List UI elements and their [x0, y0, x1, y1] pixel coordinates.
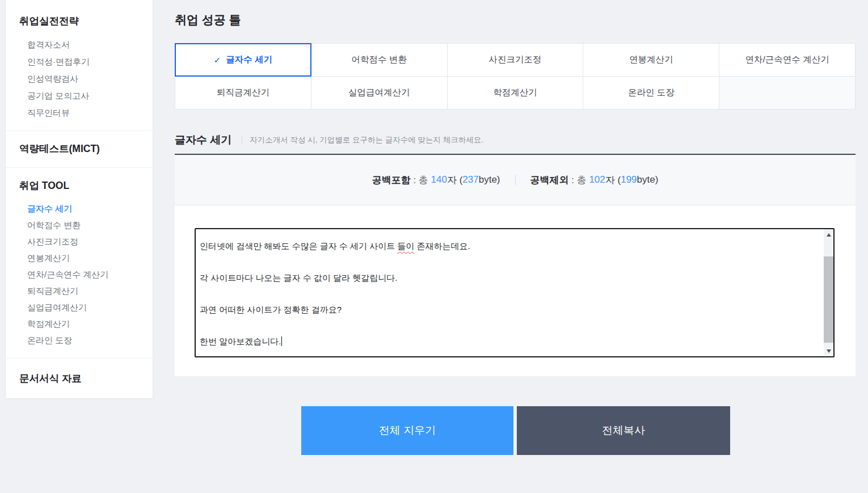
tab-label: 글자수 세기	[226, 54, 272, 66]
sidebar-item-gpa-calculator[interactable]: 학점계산기	[6, 315, 153, 332]
sidebar-heading-job-strategy[interactable]: 취업실전전략	[6, 15, 153, 27]
sidebar-item-job-interview[interactable]: 직무인터뷰	[6, 104, 153, 121]
sidebar-heading-mict[interactable]: 역량테스트(MICT)	[6, 142, 153, 155]
sidebar-item-aptitude-interview-reviews[interactable]: 인적성·면접후기	[6, 53, 153, 70]
sidebar-item-cover-letters[interactable]: 합격자소서	[6, 36, 153, 53]
text-caret	[281, 336, 282, 346]
tool-tab-grid: ✓ 글자수 세기 어학점수 변환 사진크기조정 연봉계산기 연차/근속연수 계산…	[175, 43, 856, 109]
tab-unemployment-calculator[interactable]: 실업급여계산기	[311, 77, 447, 109]
check-icon: ✓	[214, 55, 221, 65]
paragraph-text: 한번 알아보겠습니다.	[200, 336, 281, 346]
count-excluding-label: 공백제외	[530, 174, 569, 187]
header-divider	[242, 136, 242, 145]
tab-severance-calculator[interactable]: 퇴직금계산기	[175, 77, 311, 109]
count-including-chars: 140	[431, 174, 447, 186]
count-excluding-bytes: 199	[621, 174, 637, 186]
scroll-up-icon[interactable]	[824, 230, 833, 239]
char-counter-panel: 공백포함 : 총 140 자 ( 237 byte) 공백제외 : 총 102 …	[175, 154, 856, 376]
textarea-content: 인터넷에 검색만 해봐도 수많은 글자 수 세기 사이트 들이 존재하는데요. …	[200, 238, 818, 349]
paragraph-text: 인터넷에 검색만 해봐도 수많은 글자 수 세기 사이트	[200, 241, 397, 251]
paragraph-text: 존재하는데요.	[414, 241, 470, 251]
sidebar-heading-job-tool[interactable]: 취업 TOOL	[6, 179, 153, 192]
count-excluding-char-unit: 자 (	[605, 174, 621, 187]
count-including-char-unit: 자 (	[447, 174, 462, 187]
misspelled-word: 들이	[397, 241, 414, 251]
textarea-scrollbar[interactable]	[824, 229, 833, 356]
sidebar-section-job-strategy: 취업실전전략 합격자소서 인적성·면접후기 인성역량검사 공기업 모의고사 직무…	[6, 0, 153, 131]
text-paragraph: 한번 알아보겠습니다.	[200, 334, 818, 349]
sidebar-section-document-forms: 문서서식 자료	[6, 359, 153, 398]
sidebar-item-photo-resize[interactable]: 사진크기조정	[6, 233, 153, 250]
tab-salary-calculator[interactable]: 연봉계산기	[583, 44, 719, 76]
count-including-mid: : 총	[411, 174, 431, 187]
text-paragraph: 과연 어떠한 사이트가 정확한 걸까요?	[200, 302, 818, 318]
tab-photo-resize[interactable]: 사진크기조정	[448, 44, 583, 76]
tab-char-counter[interactable]: ✓ 글자수 세기	[175, 44, 311, 76]
sidebar-item-online-stamp[interactable]: 온라인 도장	[6, 332, 153, 348]
count-divider	[515, 175, 516, 185]
sidebar-section-mict: 역량테스트(MICT)	[6, 131, 153, 168]
tool-description: 자기소개서 작성 시, 기업별로 요구하는 글자수에 맞는지 체크하세요.	[250, 135, 483, 145]
count-excluding-byte-unit: byte)	[637, 174, 659, 186]
page-title: 취업 성공 툴	[175, 12, 241, 28]
text-paragraph: 각 사이트마다 나오는 글자 수 값이 달라 헷갈립니다.	[200, 270, 818, 286]
tab-empty-cell	[719, 77, 855, 109]
tab-online-stamp[interactable]: 온라인 도장	[583, 77, 719, 109]
scroll-down-icon[interactable]	[824, 346, 833, 356]
sidebar-item-salary-calculator[interactable]: 연봉계산기	[6, 250, 153, 266]
count-excluding-mid: : 총	[569, 174, 589, 187]
count-excluding-chars: 102	[589, 174, 605, 186]
sidebar-item-public-mock-exam[interactable]: 공기업 모의고사	[6, 87, 153, 104]
clear-all-button[interactable]: 전체 지우기	[301, 406, 513, 455]
count-including-byte-unit: byte)	[479, 174, 500, 186]
text-paragraph: 인터넷에 검색만 해봐도 수많은 글자 수 세기 사이트 들이 존재하는데요.	[200, 238, 818, 254]
copy-all-button[interactable]: 전체복사	[517, 406, 730, 455]
count-including-bytes: 237	[462, 174, 478, 186]
count-summary-bar: 공백포함 : 총 140 자 ( 237 byte) 공백제외 : 총 102 …	[175, 155, 856, 205]
sidebar-item-language-score[interactable]: 어학점수 변환	[6, 217, 153, 233]
tab-leave-tenure-calculator[interactable]: 연차/근속연수 계산기	[719, 44, 855, 76]
tool-header: 글자수 세기 자기소개서 작성 시, 기업별로 요구하는 글자수에 맞는지 체크…	[175, 132, 856, 148]
scrollbar-thumb[interactable]	[824, 256, 833, 343]
sidebar-item-unemployment-calculator[interactable]: 실업급여계산기	[6, 299, 153, 315]
sidebar-item-char-counter[interactable]: 글자수 세기	[6, 200, 153, 217]
sidebar: 취업실전전략 합격자소서 인적성·면접후기 인성역량검사 공기업 모의고사 직무…	[5, 0, 153, 399]
sidebar-item-leave-tenure-calculator[interactable]: 연차/근속연수 계산기	[6, 266, 153, 283]
count-including-label: 공백포함	[372, 174, 411, 187]
tool-heading: 글자수 세기	[175, 133, 231, 148]
sidebar-item-severance-calculator[interactable]: 퇴직금계산기	[6, 283, 153, 299]
character-count-textarea[interactable]: 인터넷에 검색만 해봐도 수많은 글자 수 세기 사이트 들이 존재하는데요. …	[195, 228, 835, 357]
sidebar-item-personality-test[interactable]: 인성역량검사	[6, 70, 153, 87]
tab-language-score[interactable]: 어학점수 변환	[311, 44, 447, 76]
page: 취업실전전략 합격자소서 인적성·면접후기 인성역량검사 공기업 모의고사 직무…	[0, 0, 868, 493]
tab-gpa-calculator[interactable]: 학점계산기	[448, 77, 583, 109]
sidebar-section-job-tool: 취업 TOOL 글자수 세기 어학점수 변환 사진크기조정 연봉계산기 연차/근…	[6, 168, 153, 359]
sidebar-heading-document-forms[interactable]: 문서서식 자료	[6, 372, 153, 385]
